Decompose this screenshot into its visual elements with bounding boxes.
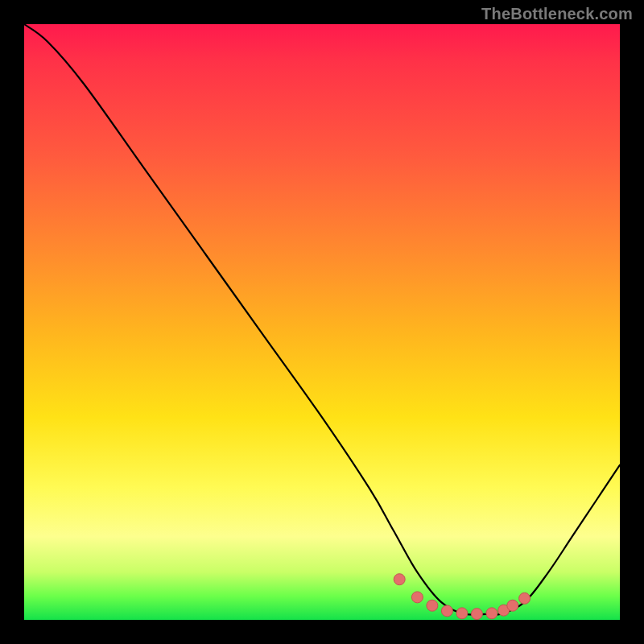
sweet-spot-dot: [427, 600, 438, 611]
sweet-spot-dot: [441, 605, 452, 617]
bottleneck-curve: [24, 24, 620, 615]
sweet-spot-dot: [486, 608, 497, 619]
chart-frame: TheBottleneck.com: [0, 0, 644, 644]
sweet-spot-dot: [519, 592, 530, 604]
sweet-spot-dot: [394, 574, 405, 585]
sweet-spot-dot: [456, 608, 468, 619]
bottleneck-chart: [24, 24, 620, 620]
watermark-text: TheBottleneck.com: [481, 5, 633, 23]
sweet-spot-markers: [394, 574, 530, 620]
sweet-spot-dot: [411, 592, 423, 603]
sweet-spot-dot: [471, 609, 482, 620]
curve-group: [24, 24, 620, 615]
plot-area: [24, 24, 620, 620]
sweet-spot-dot: [507, 600, 518, 611]
